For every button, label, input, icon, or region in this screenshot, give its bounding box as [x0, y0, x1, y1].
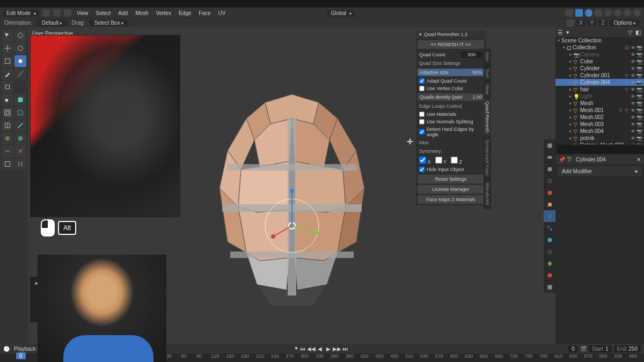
density-value[interactable]: 1.00	[472, 94, 482, 100]
shading-wireframe-icon[interactable]	[604, 9, 612, 17]
transform-orientation-dropdown[interactable]: Global	[327, 10, 355, 17]
props-tab-viewlayer[interactable]	[544, 163, 555, 175]
tab-blenderkit[interactable]: BlenderKit	[484, 180, 491, 209]
axis-y[interactable]: Y	[588, 19, 597, 26]
use-vertex-checkbox[interactable]	[419, 86, 425, 91]
outliner-item-cylinder001[interactable]: ▸Cylinder.001▽👁📷	[555, 72, 644, 79]
props-close-icon[interactable]: ✕	[636, 157, 641, 162]
props-tab-physics[interactable]	[544, 234, 555, 246]
tool-bevel[interactable]	[14, 107, 26, 119]
outliner-item-cylinder[interactable]: ▸Cylinder👁📷	[555, 65, 644, 72]
outliner-item-potnik[interactable]: ▸potnik👁📷	[555, 135, 644, 142]
props-tab-modifier[interactable]	[544, 210, 555, 222]
menu-face[interactable]: Face	[196, 10, 213, 16]
tab-screencast[interactable]: Screencast Keys	[484, 136, 491, 180]
sym-z-checkbox[interactable]	[451, 157, 458, 164]
menu-select[interactable]: Select	[94, 10, 113, 16]
detect-hard-checkbox[interactable]	[419, 129, 425, 135]
next-keyframe-button[interactable]: ▶▶	[333, 345, 341, 352]
tool-extrude[interactable]	[2, 94, 13, 106]
props-tab-render[interactable]	[544, 139, 555, 151]
tool-extrude-manifold[interactable]	[14, 94, 26, 106]
magnet-icon[interactable]	[566, 9, 573, 17]
shading-solid-icon[interactable]	[614, 9, 621, 17]
new-collection-icon[interactable]: ◧	[635, 29, 642, 35]
current-frame-field[interactable]: 0	[568, 345, 578, 352]
outliner-item-mesh004[interactable]: ▸Mesh.004👁📷	[555, 128, 644, 135]
menu-uv[interactable]: UV	[216, 10, 228, 16]
axis-z[interactable]: Z	[598, 19, 607, 26]
tool-spin[interactable]	[14, 132, 26, 144]
tool-scale[interactable]	[2, 55, 13, 67]
remesh-button[interactable]: << REMESH IT >>	[418, 40, 484, 49]
outliner-item-mesh001[interactable]: ▸Mesh.001▽▽👁📷	[555, 107, 644, 114]
reset-settings-button[interactable]: Reset Settings	[418, 175, 484, 183]
outliner-display-icon[interactable]: ▾	[566, 29, 573, 35]
props-tab-output[interactable]	[544, 151, 555, 163]
outliner-item-mesh003[interactable]: ▸Mesh.003👁📷	[555, 121, 644, 128]
add-modifier-dropdown[interactable]: Add Modifier▾	[558, 166, 642, 176]
props-tab-texture[interactable]	[544, 281, 555, 293]
quad-count-input[interactable]: 500	[461, 51, 482, 58]
tool-inset[interactable]	[2, 107, 13, 119]
prev-keyframe-button[interactable]: ◀◀	[308, 345, 315, 352]
outliner-search-input[interactable]	[558, 145, 644, 153]
props-tab-object[interactable]	[544, 198, 555, 210]
tool-edge-slide[interactable]	[14, 145, 26, 157]
drag-dropdown[interactable]: Select Box	[89, 19, 129, 26]
jump-end-button[interactable]: ⏭	[342, 345, 349, 352]
tool-transform[interactable]	[14, 55, 26, 67]
proportional-icon[interactable]	[585, 9, 592, 17]
props-tab-scene[interactable]	[544, 175, 555, 187]
playback-menu[interactable]: Playback	[14, 346, 39, 352]
tool-loopcut[interactable]	[2, 120, 13, 131]
outliner-item-camera[interactable]: ▸📷Camera👁📷	[555, 51, 644, 58]
sym-x-checkbox[interactable]	[419, 157, 426, 164]
timeline-type-icon[interactable]: 🕐	[3, 346, 10, 352]
overlay-icon[interactable]	[595, 9, 602, 17]
tool-move[interactable]	[2, 42, 13, 54]
hide-input-checkbox[interactable]	[419, 167, 425, 172]
outliner-item-cube[interactable]: ▸Cube👁📷	[555, 58, 644, 65]
qr-header[interactable]: ▾Quad Remesher 1.2	[416, 30, 486, 39]
tool-annotate[interactable]	[2, 68, 13, 80]
scene-collection-item[interactable]: ▾Scene Collection	[555, 37, 644, 44]
menu-vertex[interactable]: Vertex	[154, 10, 173, 16]
tab-item[interactable]: Item	[484, 49, 491, 65]
tool-knife[interactable]	[14, 120, 26, 131]
props-tab-world[interactable]	[544, 187, 555, 198]
collection-item[interactable]: ▾◻Collection☑👁📷	[555, 44, 644, 51]
orientation-dropdown[interactable]: Default	[36, 19, 68, 26]
menu-add[interactable]: Add	[116, 10, 130, 16]
options-button[interactable]: Options	[610, 19, 640, 26]
props-tab-data[interactable]	[544, 257, 555, 269]
tab-tool[interactable]: Tool	[484, 65, 491, 82]
menu-edge[interactable]: Edge	[177, 10, 193, 16]
shading-material-icon[interactable]	[624, 9, 631, 17]
tool-shrink[interactable]	[2, 158, 13, 170]
tool-polybuild[interactable]	[2, 132, 13, 144]
tab-view[interactable]: View	[484, 81, 491, 98]
tool-measure[interactable]	[14, 68, 26, 80]
tool-add-cube[interactable]	[2, 81, 13, 93]
jump-start-button[interactable]: ⏮	[299, 345, 306, 352]
sym-y-checkbox[interactable]	[435, 157, 442, 164]
use-normals-checkbox[interactable]	[419, 119, 425, 124]
adaptive-value[interactable]: 50%	[472, 70, 482, 75]
outliner-item-mesh002[interactable]: ▸Mesh.002👁📷	[555, 114, 644, 121]
adapt-quad-checkbox[interactable]	[419, 78, 425, 84]
outliner-item-hair[interactable]: ▸hair▽👁📷	[555, 86, 644, 93]
select-mode-edge-icon[interactable]	[53, 9, 61, 17]
outliner-item-light[interactable]: ▸💡Light👁📷	[555, 93, 644, 100]
props-tab-material[interactable]	[544, 269, 555, 281]
props-tab-particles[interactable]	[544, 222, 555, 234]
mirror-icon[interactable]	[567, 19, 574, 27]
tool-smooth[interactable]	[2, 145, 13, 157]
play-button[interactable]: ▶	[325, 345, 332, 352]
outliner-item-cylinder004[interactable]: ▸Cylinder.004▽👁📷	[555, 79, 644, 86]
mode-dropdown[interactable]: Edit Mode	[3, 10, 39, 17]
menu-view[interactable]: View	[75, 10, 91, 16]
outliner-item-mesh[interactable]: ▸Mesh👁📷	[555, 100, 644, 107]
select-mode-vert-icon[interactable]	[42, 9, 50, 17]
facemaps-button[interactable]: Face Maps 2 Materials	[418, 195, 484, 204]
